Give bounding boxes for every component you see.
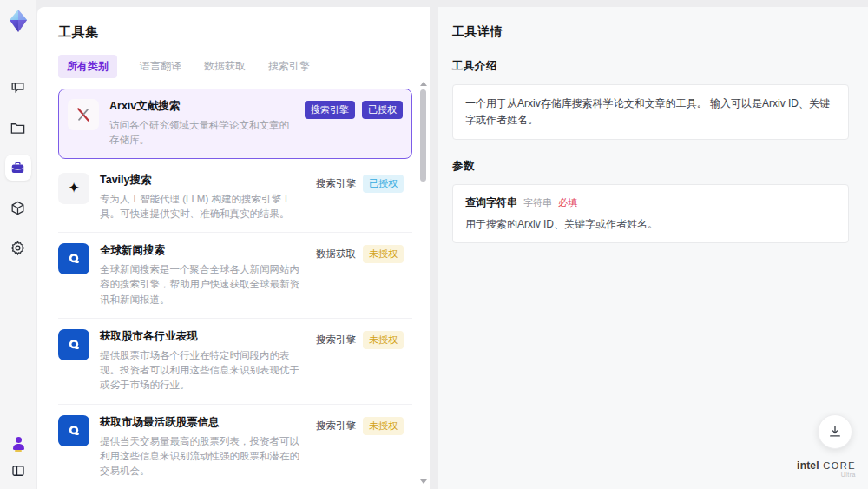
briefcase-icon [10,160,26,176]
scroll-up-icon[interactable] [420,82,427,86]
intro-heading: 工具介绍 [452,59,849,74]
detail-title: 工具详情 [452,24,849,40]
news-logo-icon [58,329,89,360]
tool-list-panel: 工具集 所有类别 语言翻译 数据获取 搜索引擎 Arxiv文献搜索 访问各个研究… [37,7,430,489]
intro-text: 一个用于从Arxiv存储库搜索科学论文和文章的工具。 输入可以是Arxiv ID… [465,96,836,129]
intel-core-logo: intel core Ultra [797,457,856,479]
param-required-flag: 必填 [558,196,577,209]
category-badge: 搜索引擎 [305,101,355,119]
folder-icon [10,120,26,136]
tool-desc: 全球新闻搜索是一个聚合全球各大新闻网站内容的搜索引擎，帮助用户快速获取全球最新资… [100,262,306,307]
sidebar-nav [5,75,31,261]
category-tabs: 所有类别 语言翻译 数据获取 搜索引擎 [37,41,430,87]
sidebar-item-settings[interactable] [5,235,31,261]
tool-name: 获取市场最活跃股票信息 [100,415,306,430]
panel-toggle-icon[interactable] [10,463,26,479]
tool-desc: 专为人工智能代理 (LLM) 构建的搜索引擎工具。可快速提供实时、准确和真实的结… [100,192,306,222]
sidebar [0,0,36,489]
param-type: 字符串 [523,196,552,209]
tab-language-translation[interactable]: 语言翻译 [140,55,181,78]
page-title: 工具集 [37,7,430,41]
sidebar-bottom [0,437,36,479]
gear-icon [10,240,26,256]
auth-badge: 未授权 [363,417,404,435]
tool-list: Arxiv文献搜索 访问各个研究领域大量科学论文和文章的存储库。 搜索引擎 已授… [37,87,430,489]
category-label: 搜索引擎 [316,417,356,435]
category-label: 搜索引擎 [316,331,356,349]
auth-badge: 未授权 [363,245,404,263]
tool-desc: 提供当天交易量最高的股票列表，投资者可以利用这些信息来识别流动性强的股票和潜在的… [100,434,306,479]
sidebar-item-tools[interactable] [5,155,31,181]
tab-search-engine[interactable]: 搜索引擎 [268,55,310,78]
params-heading: 参数 [452,159,849,174]
tool-name: Tavily搜索 [100,173,306,188]
auth-badge: 已授权 [362,101,403,119]
tool-desc: 访问各个研究领域大量科学论文和文章的存储库。 [109,118,294,149]
scrollbar-thumb[interactable] [420,89,426,182]
tool-detail-panel: 工具详情 工具介绍 一个用于从Arxiv存储库搜索科学论文和文章的工具。 输入可… [438,7,868,489]
sidebar-item-chat[interactable] [5,75,31,101]
tool-item-global-news[interactable]: 全球新闻搜索 全球新闻搜索是一个聚合全球各大新闻网站内容的搜索引擎，帮助用户快速… [58,232,412,318]
user-icon[interactable] [11,437,25,451]
tool-item-tavily[interactable]: ✦ Tavily搜索 专为人工智能代理 (LLM) 构建的搜索引擎工具。可快速提… [58,162,412,233]
chat-icon [10,80,26,96]
category-label: 搜索引擎 [316,175,356,193]
auth-badge: 已授权 [363,175,404,193]
param-name: 查询字符串 [465,195,517,210]
tab-all-categories[interactable]: 所有类别 [58,55,117,78]
arxiv-icon [68,99,99,130]
sidebar-item-folder[interactable] [5,115,31,141]
news-logo-icon [58,415,89,446]
download-button[interactable] [818,414,852,449]
news-logo-icon [58,243,89,274]
tool-item-most-active-stocks[interactable]: 获取市场最活跃股票信息 提供当天交易量最高的股票列表，投资者可以利用这些信息来识… [58,404,412,489]
param-desc: 用于搜索的Arxiv ID、关键字或作者姓名。 [465,217,836,232]
tool-name: 全球新闻搜索 [100,243,306,258]
category-label: 数据获取 [316,245,356,263]
sidebar-item-models[interactable] [5,195,31,221]
sparkle-icon: ✦ [58,173,89,204]
app-logo-icon[interactable] [7,9,30,33]
tool-name: 获取股市各行业表现 [100,329,306,344]
scroll-down-icon[interactable] [420,479,427,484]
tool-item-sector-performance[interactable]: 获取股市各行业表现 提供股票市场各个行业在特定时间段内的表现。投资者可以利用这些… [58,318,412,404]
tab-data-fetch[interactable]: 数据获取 [204,55,246,78]
list-scrollbar[interactable] [419,82,427,484]
tool-name: Arxiv文献搜索 [109,99,294,114]
tool-desc: 提供股票市场各个行业在特定时间段内的表现。投资者可以利用这些信息来识别表现优于或… [100,348,306,393]
param-box: 查询字符串 字符串 必填 用于搜索的Arxiv ID、关键字或作者姓名。 [452,184,849,243]
intro-box: 一个用于从Arxiv存储库搜索科学论文和文章的工具。 输入可以是Arxiv ID… [452,84,849,140]
tool-item-arxiv[interactable]: Arxiv文献搜索 访问各个研究领域大量科学论文和文章的存储库。 搜索引擎 已授… [58,89,412,159]
cube-icon [10,200,26,216]
download-icon [827,424,843,439]
auth-badge: 未授权 [363,331,404,349]
